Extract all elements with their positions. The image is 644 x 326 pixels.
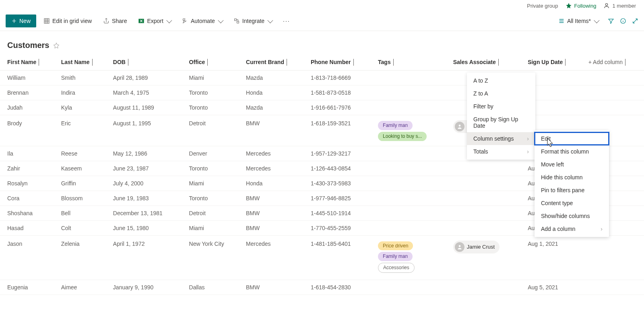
cell-associate [449,220,524,235]
column-header[interactable]: Tags [374,54,449,71]
following-toggle[interactable]: Following [566,2,597,9]
chevron-down-icon [625,59,625,66]
svg-point-6 [458,125,460,127]
chevron-down-icon [39,59,39,66]
column-header[interactable]: + Add column [584,54,644,71]
svg-point-0 [606,4,608,6]
cell-tags [374,85,449,100]
cell-first: Jason [0,235,57,280]
chevron-down-icon [353,59,354,66]
expand-icon[interactable] [632,18,638,24]
view-selector[interactable]: All Items* [554,15,602,27]
column-header-label: Sales Associate [453,59,496,65]
column-header-label: First Name [7,59,36,65]
automate-button[interactable]: Automate [178,15,226,27]
column-menu-item[interactable]: Totals› [467,145,535,158]
star-outline-icon[interactable] [53,42,60,49]
column-header-label: Office [189,59,205,65]
table-row[interactable]: BrennanIndiraMarch 4, 1975TorontoHonda1-… [0,85,644,100]
person-icon [603,2,610,9]
cell-brand: Mercedes [242,146,307,161]
submenu-item[interactable]: Format this column [535,145,609,158]
table-row[interactable]: JasonZeleniaApril 1, 1972New York CityMe… [0,235,644,280]
column-header[interactable]: Sign Up Date [524,54,584,71]
tag-pill: Price driven [378,241,413,251]
view-label: All Items* [567,18,591,24]
flow-icon [182,18,188,24]
integrate-button[interactable]: Integrate [229,15,276,27]
column-menu-item[interactable]: Column settings› [467,132,535,145]
cell-empty [584,280,644,295]
column-header-label: Phone Number [311,59,351,65]
column-header[interactable]: DOB [109,54,185,71]
export-button[interactable]: Export [134,15,174,27]
info-icon[interactable] [620,18,626,24]
cell-dob: June 19, 1983 [109,191,185,206]
column-header[interactable]: Phone Number [307,54,374,71]
excel-icon [138,18,144,24]
cell-dob: April 28, 1989 [109,71,185,85]
submenu-item[interactable]: Hide this column [535,171,609,184]
column-menu-item[interactable]: Group by Sign Up Date [467,113,535,132]
page-title: Customers [7,41,49,50]
cell-phone: 1-957-129-3217 [307,146,374,161]
person-pill[interactable]: Jamie Crust [453,241,500,253]
cell-first: Eugenia [0,280,57,295]
submenu-item[interactable]: Move left [535,158,609,171]
plus-icon [11,18,17,24]
cell-brand: Mazda [242,100,307,115]
cell-dob: June 15, 1980 [109,220,185,235]
cell-office: Toronto [185,85,242,100]
cell-office: New York City [185,235,242,280]
chevron-down-icon [218,18,223,23]
submenu-item[interactable]: Content type [535,197,609,210]
filter-icon[interactable] [608,18,614,24]
column-header[interactable]: Office [185,54,242,71]
cell-brand: Mercedes [242,235,307,280]
cell-phone: 1-126-443-0854 [307,161,374,176]
cell-last: Smith [57,71,109,85]
list-icon [558,18,565,24]
chevron-down-icon [287,59,287,66]
chevron-down-icon [166,18,172,23]
column-menu-item[interactable]: Filter by [467,100,535,113]
column-header-label: DOB [113,59,126,65]
cell-dob: July 4, 2000 [109,176,185,191]
table-row[interactable]: WilliamSmithApril 28, 1989MiamiMazda1-81… [0,71,644,85]
cell-tags [374,191,449,206]
table-row[interactable]: EugeniaAimeeJanuary 9, 1990DallasBMW1-61… [0,280,644,295]
column-header-label: Last Name [61,59,90,65]
cell-first: Ila [0,146,57,161]
tag-pill: Accessories [378,263,415,273]
column-header[interactable]: Sales Associate [449,54,524,71]
column-menu-item[interactable]: A to Z [467,74,535,87]
cell-tags: Family manLooking to buy s... [374,115,449,146]
cell-signup: Aug 5, 2021 [524,280,584,295]
submenu-item[interactable]: Show/hide columns [535,210,609,222]
submenu-item[interactable]: Pin to filters pane [535,184,609,197]
cell-tags [374,280,449,295]
share-label: Share [112,18,127,24]
submenu-item[interactable]: Edit [535,132,609,145]
overflow-button[interactable]: ··· [279,15,294,27]
share-button[interactable]: Share [99,15,131,27]
menu-item-label: Z to A [473,90,488,97]
cell-dob: April 1, 1972 [109,235,185,280]
cell-phone: 1-813-718-6669 [307,71,374,85]
cell-dob: June 23, 1987 [109,161,185,176]
edit-grid-button[interactable]: Edit in grid view [39,15,96,27]
new-button[interactable]: New [6,15,36,27]
star-icon [566,2,572,9]
column-header[interactable]: Current Brand [242,54,307,71]
cell-dob: March 4, 1975 [109,85,185,100]
cell-office: Miami [185,176,242,191]
cell-tags: Price drivenFamily manAccessories [374,235,449,280]
column-header[interactable]: First Name [0,54,57,71]
submenu-item[interactable]: Add a column› [535,222,609,235]
column-header[interactable]: Last Name [57,54,109,71]
cell-office: Detroit [185,206,242,220]
column-menu-item[interactable]: Z to A [467,87,535,100]
cell-office: Miami [185,220,242,235]
table-row[interactable]: JudahKylaAugust 11, 1989TorontoMazda1-91… [0,100,644,115]
members-link[interactable]: 1 member [603,2,636,9]
